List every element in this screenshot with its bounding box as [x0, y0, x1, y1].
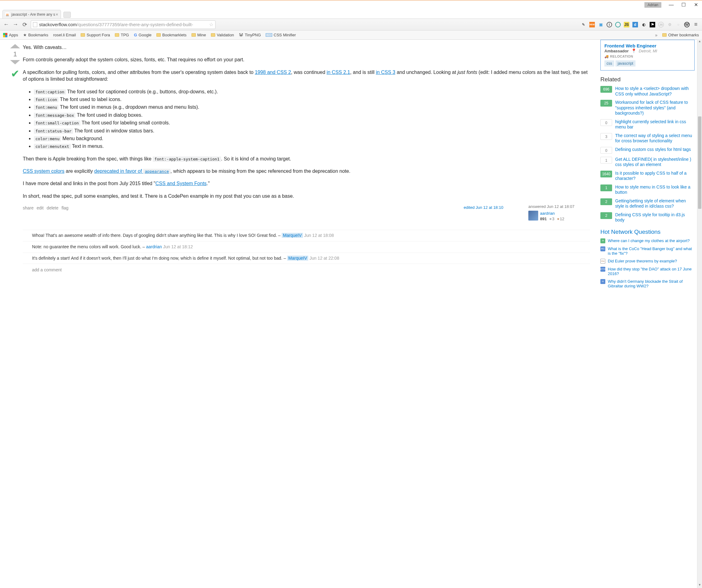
- hot-questions-heading[interactable]: Hot Network Questions: [600, 228, 661, 235]
- job-tags: cssjavascript: [604, 60, 691, 67]
- other-bookmarks[interactable]: Other bookmarks: [662, 33, 699, 37]
- hot-question-link[interactable]: Where can I change my clothes at the air…: [608, 238, 690, 243]
- downvote-button[interactable]: [10, 60, 20, 64]
- bookmarks-overflow-icon[interactable]: »: [655, 33, 658, 37]
- moon-ext-icon[interactable]: ◐: [641, 22, 647, 27]
- apps-button[interactable]: Apps: [3, 33, 18, 37]
- forward-button[interactable]: →: [12, 21, 18, 28]
- font-list-item: font:status-bar The font used in window …: [34, 127, 590, 134]
- bk-tpg[interactable]: TPG: [115, 33, 129, 37]
- code-inline: font:status-bar: [34, 128, 73, 134]
- url-path: /questions/37777359/are-there-any-system…: [77, 22, 207, 27]
- close-window-button[interactable]: ✕: [690, 2, 702, 8]
- related-link[interactable]: Defining custom css styles for html tags: [615, 147, 691, 153]
- hot-question-link[interactable]: What is the CoCo "Head Banger bug" and w…: [608, 247, 695, 256]
- edited-link[interactable]: edited Jun 12 at 18:10: [464, 205, 503, 210]
- menu-icon[interactable]: ≡: [693, 21, 699, 28]
- add-comment-link[interactable]: add a comment: [23, 264, 62, 273]
- related-item: 1Get ALL DEFINED( in stylesheet/inline )…: [600, 157, 695, 168]
- related-link[interactable]: Defining CSS style for tooltip in d3.js …: [615, 212, 695, 223]
- bk-mine[interactable]: Mine: [192, 33, 206, 37]
- link-css2-1998[interactable]: 1998 and CSS 2: [255, 70, 291, 75]
- bk-roselli[interactable]: rosel.li Email: [53, 33, 76, 37]
- globe-ext-icon[interactable]: ○: [676, 22, 681, 27]
- font-list: font:caption The font used for captioned…: [23, 88, 590, 150]
- related-link[interactable]: Is it possible to apply CSS to half of a…: [615, 171, 695, 181]
- font-list-item: font:caption The font used for captioned…: [34, 88, 590, 95]
- related-link[interactable]: Getting/setting style of element when st…: [615, 198, 695, 209]
- related-count: 3: [600, 133, 612, 140]
- scroll-up-icon[interactable]: ▲: [697, 39, 702, 44]
- related-link[interactable]: How to style a <select> dropdown with CS…: [615, 86, 695, 97]
- related-link[interactable]: The correct way of styling a select menu…: [615, 133, 695, 144]
- tag[interactable]: css: [604, 60, 614, 67]
- hot-question-link[interactable]: Why didn't Germany blockade the Strait o…: [608, 279, 695, 288]
- related-link[interactable]: highlight currently selected link in css…: [615, 119, 695, 130]
- related-heading: Related: [600, 76, 695, 83]
- info-ext-icon[interactable]: i: [606, 22, 612, 27]
- hot-question-link[interactable]: How did they stop "the DAO" attack on 17…: [608, 267, 695, 276]
- bk-support[interactable]: Support Fora: [81, 33, 110, 37]
- sidebar: Frontend Web Engineer Ambassador 📍 Detro…: [600, 40, 702, 294]
- user-tag: Adrian: [645, 2, 661, 8]
- notif-ext-icon[interactable]: ▣: [598, 22, 603, 27]
- bk-validation[interactable]: Validation: [211, 33, 234, 37]
- link-system-colors[interactable]: CSS system colors: [23, 169, 64, 174]
- flag-ext-icon[interactable]: ⚑: [650, 22, 655, 27]
- bk-cssmin[interactable]: CSSCSS Minifier: [266, 33, 296, 37]
- extension-icons: ✎ NEW ▣ i JS d ◐ ⚑ JS ⚙ ○ W ≡: [219, 21, 699, 28]
- link-css21[interactable]: in CSS 2.1: [327, 70, 350, 75]
- address-bar[interactable]: stackoverflow.com /questions/37777359/ar…: [31, 20, 216, 29]
- comment-user[interactable]: MarqueIV: [282, 233, 303, 238]
- avatar[interactable]: [529, 211, 538, 220]
- vote-score: 1: [13, 50, 17, 58]
- eyedropper-icon[interactable]: ✎: [581, 22, 586, 27]
- bookmarks-menu[interactable]: ★Bookmarks: [23, 33, 48, 37]
- tag[interactable]: javascript: [615, 60, 635, 67]
- new-tab-button[interactable]: [64, 12, 71, 18]
- stackoverflow-favicon: [5, 12, 10, 17]
- comment-user[interactable]: MarqueIV: [287, 256, 309, 261]
- related-item: 2Defining CSS style for tooltip in d3.js…: [600, 212, 695, 223]
- comment-user[interactable]: aardrian: [146, 244, 162, 249]
- d-ext-icon[interactable]: d: [632, 22, 638, 27]
- bookmark-star-icon[interactable]: ☆: [209, 21, 213, 27]
- related-link[interactable]: Workaround for lack of CSS feature to "s…: [615, 100, 695, 116]
- bk-bklets[interactable]: Bookmarklets: [156, 33, 187, 37]
- scrollbar-thumb[interactable]: [698, 116, 701, 209]
- link-deprecated[interactable]: deprecated in favor of appearance: [94, 169, 170, 174]
- minimize-button[interactable]: —: [665, 2, 677, 8]
- back-button[interactable]: ←: [3, 21, 9, 28]
- maximize-button[interactable]: ☐: [677, 2, 690, 8]
- tab-strip: javascript - Are there any s ×: [0, 9, 702, 19]
- tab-close-icon[interactable]: ×: [56, 12, 58, 17]
- new-ext-icon[interactable]: NEW: [589, 22, 595, 27]
- js2-ext-icon[interactable]: JS: [658, 22, 664, 27]
- related-list: 696How to style a <select> dropdown with…: [600, 86, 695, 223]
- hot-question-link[interactable]: Did Euler prove theorems by example?: [608, 259, 677, 263]
- target-ext-icon[interactable]: [615, 22, 621, 27]
- gear-ext-icon[interactable]: ⚙: [667, 22, 673, 27]
- site-icon: ETH: [600, 267, 605, 272]
- job-card[interactable]: Frontend Web Engineer Ambassador 📍 Detro…: [600, 40, 695, 71]
- page-icon: [33, 22, 37, 27]
- related-link[interactable]: Get ALL DEFINED( in stylesheet/inline ) …: [615, 157, 695, 168]
- related-link[interactable]: How to style menu in CSS to look like a …: [615, 185, 695, 195]
- w-ext-icon[interactable]: W: [684, 22, 690, 27]
- upvote-button[interactable]: [10, 44, 20, 48]
- folder-icon: [115, 33, 119, 37]
- reload-button[interactable]: ⟳: [21, 21, 28, 28]
- js-ext-icon[interactable]: JS: [624, 22, 629, 27]
- link-css3[interactable]: in CSS 3: [376, 70, 395, 75]
- comment: It's definitely a start! And if it doesn…: [23, 253, 590, 264]
- related-item: 3The correct way of styling a select men…: [600, 133, 695, 144]
- bk-google[interactable]: GGoogle: [134, 33, 151, 37]
- google-icon: G: [134, 33, 137, 37]
- related-count: 1640: [600, 171, 612, 177]
- code-inline: font:message-box: [34, 113, 76, 118]
- vertical-scrollbar[interactable]: ▲ ▼: [697, 39, 702, 294]
- link-blog-post[interactable]: CSS and System Fonts: [155, 181, 207, 186]
- browser-tab-active[interactable]: javascript - Are there any s ×: [2, 10, 61, 18]
- job-title: Frontend Web Engineer: [604, 43, 691, 48]
- bk-tinypng[interactable]: 🐼TinyPNG: [239, 33, 261, 37]
